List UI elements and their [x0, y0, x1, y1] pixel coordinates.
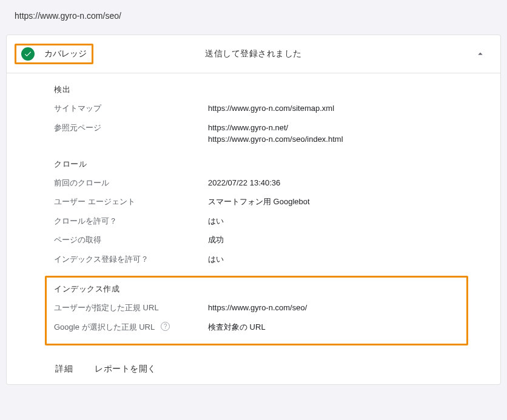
row-lastcrawl: 前回のクロール 2022/07/22 13:40:36 — [54, 177, 459, 189]
help-icon[interactable]: ? — [161, 322, 170, 331]
value-sitemap: https://www.gyro-n.com/sitemap.xml — [208, 102, 459, 115]
url-bar: https://www.gyro-n.com/seo/ — [6, 6, 501, 25]
value-useragent: スマートフォン用 Googlebot — [208, 196, 459, 208]
header-status: 送信して登録されました — [205, 48, 302, 59]
row-usercanonical: ユーザーが指定した正規 URL https://www.gyro-n.com/s… — [54, 302, 459, 314]
row-crawlallowed: クロールを許可？ はい — [54, 215, 459, 227]
label-indexallowed: インデックス登録を許可？ — [54, 253, 208, 265]
check-circle-icon — [21, 47, 35, 61]
label-usercanonical: ユーザーが指定した正規 URL — [54, 302, 208, 314]
label-sitemap: サイトマップ — [54, 102, 208, 115]
details-button[interactable]: 詳細 — [55, 364, 73, 375]
row-referrer: 参照元ページ https://www.gyro-n.net/ https://w… — [54, 122, 459, 145]
open-report-button[interactable]: レポートを開く — [95, 364, 156, 375]
label-useragent: ユーザー エージェント — [54, 196, 208, 208]
coverage-card: カバレッジ 送信して登録されました 検出 サイトマップ https://www.… — [6, 35, 501, 385]
row-googlecanonical: Google が選択した正規 URL ? 検査対象の URL — [54, 321, 459, 333]
section-crawl-title: クロール — [54, 159, 459, 170]
header-title: カバレッジ — [44, 48, 87, 59]
chevron-up-icon[interactable] — [475, 48, 486, 59]
value-usercanonical: https://www.gyro-n.com/seo/ — [208, 302, 459, 314]
section-detection-title: 検出 — [54, 84, 459, 95]
row-sitemap: サイトマップ https://www.gyro-n.com/sitemap.xm… — [54, 102, 459, 115]
row-pagefetch: ページの取得 成功 — [54, 234, 459, 246]
row-indexallowed: インデックス登録を許可？ はい — [54, 253, 459, 265]
value-crawlallowed: はい — [208, 215, 459, 227]
value-pagefetch: 成功 — [208, 234, 459, 246]
label-lastcrawl: 前回のクロール — [54, 177, 208, 189]
page-container: https://www.gyro-n.com/seo/ カバレッジ 送信して登録… — [6, 6, 501, 385]
row-useragent: ユーザー エージェント スマートフォン用 Googlebot — [54, 196, 459, 208]
value-indexallowed: はい — [208, 253, 459, 265]
label-googlecanonical: Google が選択した正規 URL ? — [54, 321, 208, 333]
highlight-box-header: カバレッジ — [15, 44, 93, 64]
value-googlecanonical: 検査対象の URL — [208, 321, 459, 333]
value-referrer: https://www.gyro-n.net/ https://www.gyro… — [208, 122, 459, 145]
card-body: 検出 サイトマップ https://www.gyro-n.com/sitemap… — [7, 73, 500, 356]
card-header[interactable]: カバレッジ 送信して登録されました — [7, 35, 500, 73]
label-pagefetch: ページの取得 — [54, 234, 208, 246]
label-referrer: 参照元ページ — [54, 122, 208, 145]
section-indexing-title: インデックス作成 — [54, 284, 459, 295]
value-lastcrawl: 2022/07/22 13:40:36 — [208, 177, 459, 189]
highlight-box-indexing: インデックス作成 ユーザーが指定した正規 URL https://www.gyr… — [45, 276, 468, 345]
label-crawlallowed: クロールを許可？ — [54, 215, 208, 227]
card-footer: 詳細 レポートを開く — [7, 356, 500, 384]
